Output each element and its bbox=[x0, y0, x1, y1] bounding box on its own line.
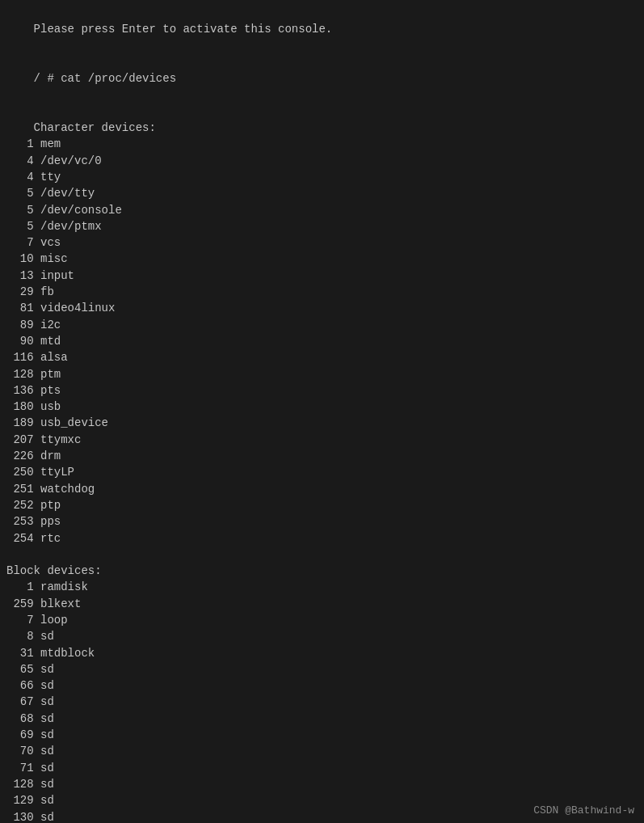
watermark: CSDN @Bathwind-w bbox=[533, 804, 634, 817]
prompt-notice: Please press Enter to activate this cons… bbox=[34, 23, 333, 36]
content-lines: Character devices: 1 mem 4 /dev/vc/0 4 t… bbox=[6, 121, 156, 823]
terminal-window[interactable]: Please press Enter to activate this cons… bbox=[0, 0, 644, 823]
command-line: / # cat /proc/devices bbox=[34, 72, 176, 85]
terminal-output: Please press Enter to activate this cons… bbox=[6, 5, 638, 823]
